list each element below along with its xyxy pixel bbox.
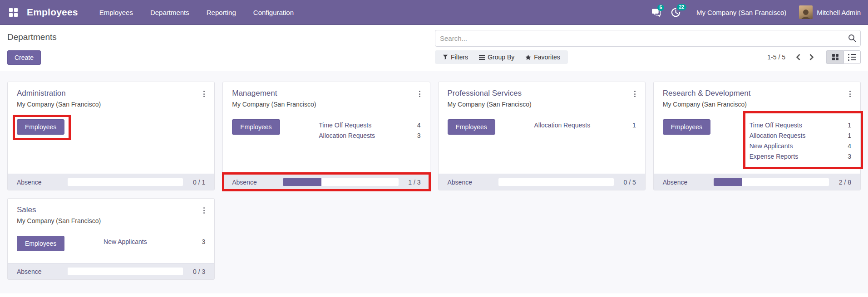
stat-value: 4 <box>848 141 851 151</box>
absence-count: 0 / 1 <box>190 179 205 186</box>
department-card: Sales My Company (San Francisco) Employe… <box>7 198 215 280</box>
employees-button[interactable]: Employees <box>663 119 710 135</box>
star-icon <box>525 54 531 60</box>
search-input[interactable] <box>435 30 861 47</box>
department-name[interactable]: Professional Services <box>448 89 532 98</box>
list-view-button[interactable] <box>843 50 861 64</box>
kebab-menu-icon[interactable] <box>201 205 207 215</box>
employees-button-wrap: Employees <box>232 119 280 135</box>
absence-count: 0 / 5 <box>621 179 636 186</box>
kebab-menu-icon[interactable] <box>632 89 638 99</box>
stat-row: New Applicants4 <box>750 141 851 151</box>
employees-button-wrap: Employees <box>663 119 710 135</box>
nav-item-configuration[interactable]: Configuration <box>245 0 302 25</box>
nav-item-employees[interactable]: Employees <box>91 0 142 25</box>
top-navbar: Employees EmployeesDepartmentsReportingC… <box>0 0 868 25</box>
activities-icon[interactable]: 22 <box>671 8 681 17</box>
absence-row: Absence 0 / 5 <box>439 174 645 190</box>
list-view-icon <box>848 54 856 61</box>
funnel-icon <box>443 54 448 60</box>
employees-button[interactable]: Employees <box>17 236 64 251</box>
chevron-left-icon <box>796 54 801 61</box>
absence-link[interactable]: Absence <box>17 179 68 186</box>
department-company: My Company (San Francisco) <box>448 101 532 108</box>
chevron-right-icon <box>809 54 814 61</box>
favorites-button[interactable]: Favorites <box>520 50 566 64</box>
absence-link[interactable]: Absence <box>448 179 498 186</box>
stat-link[interactable]: Allocation Requests <box>319 131 375 141</box>
kanban-view-button[interactable] <box>826 50 843 64</box>
stat-link[interactable]: New Applicants <box>104 237 147 247</box>
messages-icon[interactable]: 5 <box>651 8 661 17</box>
kanban-view-icon <box>832 54 838 60</box>
stat-row: Time Off Requests4 <box>319 120 420 131</box>
stat-link[interactable]: New Applicants <box>750 141 793 151</box>
kebab-menu-icon[interactable] <box>201 89 207 99</box>
absence-count: 1 / 3 <box>405 179 421 186</box>
absence-progressbar <box>498 178 614 186</box>
employees-button[interactable]: Employees <box>232 119 280 135</box>
stat-link[interactable]: Time Off Requests <box>750 120 802 131</box>
absence-link[interactable]: Absence <box>17 268 68 275</box>
stat-row: Time Off Requests1 <box>750 120 851 131</box>
absence-count: 2 / 8 <box>836 179 851 186</box>
department-name[interactable]: Management <box>232 89 316 98</box>
stat-value: 3 <box>417 131 421 141</box>
avatar <box>799 5 813 19</box>
nav-item-departments[interactable]: Departments <box>142 0 198 25</box>
apps-menu-icon[interactable] <box>9 8 18 17</box>
stat-row: Expense Reports3 <box>750 151 851 162</box>
absence-progressbar <box>68 178 183 186</box>
department-name[interactable]: Administration <box>17 89 101 98</box>
search-box <box>435 30 861 47</box>
department-card: Professional Services My Company (San Fr… <box>438 82 646 190</box>
filters-button[interactable]: Filters <box>437 50 473 64</box>
stat-value: 1 <box>632 120 636 131</box>
stat-row: Allocation Requests1 <box>750 131 851 141</box>
stat-value: 1 <box>848 131 851 141</box>
stat-link[interactable]: Allocation Requests <box>750 131 806 141</box>
stat-link[interactable]: Expense Reports <box>750 151 798 162</box>
department-company: My Company (San Francisco) <box>17 217 101 224</box>
stat-value: 3 <box>202 237 205 247</box>
view-switcher <box>826 50 861 64</box>
department-company: My Company (San Francisco) <box>17 101 101 108</box>
absence-link[interactable]: Absence <box>663 179 714 186</box>
kebab-menu-icon[interactable] <box>847 89 853 99</box>
stat-link[interactable]: Time Off Requests <box>319 120 371 131</box>
company-switcher[interactable]: My Company (San Francisco) <box>696 9 786 16</box>
absence-progressbar <box>714 178 829 186</box>
stat-value: 4 <box>417 120 421 131</box>
search-icon[interactable] <box>848 34 857 44</box>
department-stats: New Applicants3 <box>104 237 205 247</box>
absence-row: Absence 0 / 1 <box>8 174 214 190</box>
page-title: Departments <box>7 30 57 42</box>
absence-link[interactable]: Absence <box>232 179 283 186</box>
employees-button[interactable]: Employees <box>17 119 64 135</box>
department-name[interactable]: Sales <box>17 205 101 214</box>
employees-button-wrap: Employees <box>17 119 64 135</box>
absence-row: Absence 1 / 3 <box>223 174 429 190</box>
app-title[interactable]: Employees <box>27 7 78 18</box>
stat-row: Allocation Requests3 <box>319 131 420 141</box>
control-panel: Departments Create Filters <box>0 25 868 71</box>
absence-progress-fill <box>283 178 321 186</box>
stat-link[interactable]: Allocation Requests <box>534 120 591 131</box>
user-menu[interactable]: Mitchell Admin <box>799 5 861 19</box>
department-card: Management My Company (San Francisco) Em… <box>222 82 430 190</box>
stat-row: Allocation Requests1 <box>534 120 636 131</box>
pager-previous-button[interactable] <box>792 52 805 63</box>
employees-button[interactable]: Employees <box>448 119 495 135</box>
group-by-button[interactable]: Group By <box>473 50 520 64</box>
absence-row: Absence 2 / 8 <box>654 174 860 190</box>
nav-item-reporting[interactable]: Reporting <box>198 0 245 25</box>
employees-button-wrap: Employees <box>17 236 64 251</box>
absence-progress-fill <box>714 178 743 186</box>
absence-progressbar <box>283 178 398 186</box>
create-button[interactable]: Create <box>7 50 41 65</box>
pager-range: 1-5 / 5 <box>767 54 785 61</box>
department-name[interactable]: Research & Development <box>663 89 751 98</box>
department-stats: Time Off Requests4Allocation Requests3 <box>319 120 420 141</box>
kebab-menu-icon[interactable] <box>417 89 423 99</box>
pager-next-button[interactable] <box>805 52 818 63</box>
